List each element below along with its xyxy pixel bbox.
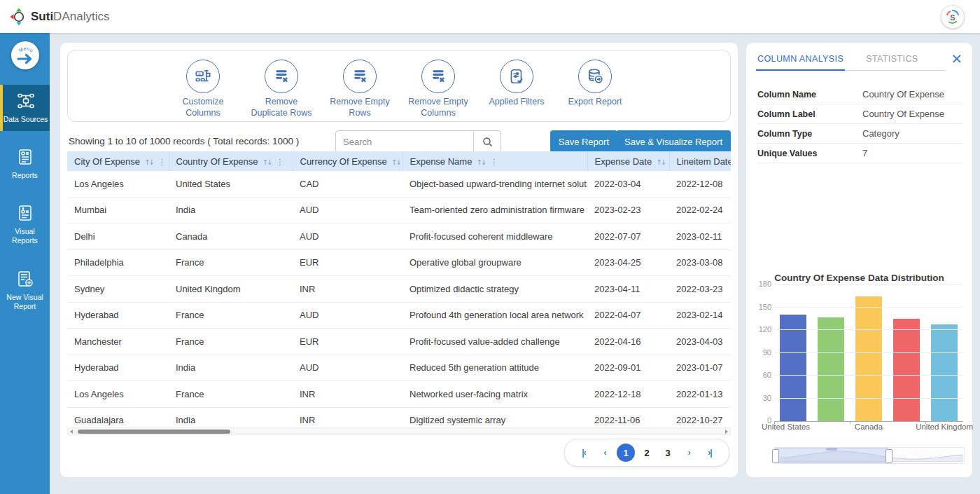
table-cell: Profit-focused coherent middleware xyxy=(402,224,587,250)
search-icon[interactable] xyxy=(473,131,500,152)
chart-bar[interactable] xyxy=(818,317,844,421)
datazoom-right-handle[interactable] xyxy=(886,449,892,463)
table-row[interactable]: SydneyUnited KingdomINROptimized didacti… xyxy=(67,276,731,303)
search-input[interactable] xyxy=(336,131,473,152)
sidebar-item-label: Data Sources xyxy=(4,115,48,124)
chart-bar[interactable] xyxy=(931,324,958,421)
table-cell: Sydney xyxy=(67,276,169,303)
field-label: Column Name xyxy=(757,90,862,100)
datazoom-slider[interactable] xyxy=(774,447,965,464)
save-report-button[interactable]: Save Report xyxy=(550,130,617,153)
table-cell: 2023-04-25 xyxy=(587,249,669,276)
arrow-right-icon xyxy=(18,55,31,63)
y-tick-label: 150 xyxy=(759,303,771,311)
gridline xyxy=(774,375,963,376)
column-header[interactable]: Expense Date↑↓⋮ xyxy=(587,151,669,171)
column-header[interactable]: Expense Name↑↓⋮ xyxy=(402,151,587,171)
sort-icon[interactable]: ↑↓ xyxy=(656,158,665,166)
data-table-wrap: City Of Expense↑↓⋮Country Of Expense↑↓⋮C… xyxy=(67,151,731,427)
field-row: Column TypeCategory xyxy=(757,124,962,144)
customize-columns-button[interactable]: ab Customize Columns xyxy=(169,60,237,118)
chart-title: Country Of Expense Data Distribution xyxy=(746,273,972,283)
menu-toggle-button[interactable]: Menu xyxy=(11,41,39,69)
next-page-button[interactable]: › xyxy=(680,444,698,462)
horizontal-scrollbar[interactable] xyxy=(67,427,731,435)
table-row[interactable]: ManchesterFranceEURProfit-focused value-… xyxy=(67,329,731,355)
applied-filters-button[interactable]: Applied Filters xyxy=(483,60,550,108)
table-cell: France xyxy=(169,381,293,408)
page-button-1[interactable]: 1 xyxy=(617,444,635,462)
table-row[interactable]: HyderabadFranceAUDProfound 4th generatio… xyxy=(67,302,731,329)
sort-icon[interactable]: ↑↓ xyxy=(391,158,400,166)
table-row[interactable]: Los AngelesUnited StatesCADObject-based … xyxy=(67,171,731,197)
scrollbar-thumb[interactable] xyxy=(78,430,230,434)
svg-text:S: S xyxy=(950,13,955,21)
page-button-2[interactable]: 2 xyxy=(638,444,656,462)
scroll-left-icon[interactable] xyxy=(70,430,73,434)
close-icon[interactable]: × xyxy=(951,51,962,65)
y-tick-label: 120 xyxy=(759,325,771,334)
user-avatar[interactable]: S xyxy=(941,5,965,29)
sidebar-item-data-sources[interactable]: Data Sources xyxy=(0,85,50,131)
field-value: Category xyxy=(862,128,899,139)
datazoom-selection[interactable] xyxy=(775,448,888,463)
action-label: Applied Filters xyxy=(489,97,544,108)
column-header[interactable]: Currency Of Expense↑↓⋮ xyxy=(293,151,402,171)
table-row[interactable]: Los AngelesFranceINRNetworked user-facin… xyxy=(67,381,731,408)
sort-icon[interactable]: ↑↓ xyxy=(262,158,272,166)
table-row[interactable]: HyderabadIndiaAUDReduced 5th generation … xyxy=(67,355,731,381)
scroll-right-icon[interactable] xyxy=(725,430,728,434)
table-cell: AUD xyxy=(293,197,402,224)
sort-icon[interactable]: ↑↓ xyxy=(144,158,153,166)
table-cell: France xyxy=(169,329,293,355)
table-cell: INR xyxy=(293,381,402,408)
last-page-button[interactable]: ›| xyxy=(701,444,719,462)
table-row[interactable]: DelhiCanadaAUDProfit-focused coherent mi… xyxy=(67,224,731,250)
records-bar: Showing 1 to 10 of 1000 records ( Total … xyxy=(67,130,731,153)
column-header[interactable]: Lineitem Date↑↓⋮ xyxy=(669,151,731,171)
column-fields: Column NameCountry Of ExpenseColumn Labe… xyxy=(757,85,962,163)
page-button-3[interactable]: 3 xyxy=(659,444,677,462)
top-bar: SutiDAnalytics S xyxy=(0,0,980,33)
chart-bar[interactable] xyxy=(855,296,882,421)
sidebar-item-visual-reports[interactable]: Visual Reports xyxy=(0,197,50,252)
gridline xyxy=(774,329,963,330)
column-header[interactable]: Country Of Expense↑↓⋮ xyxy=(169,151,293,171)
compass-logo-icon xyxy=(10,8,28,26)
chart-bar[interactable] xyxy=(780,315,806,421)
gridline xyxy=(774,398,963,399)
table-cell: 2022-09-01 xyxy=(587,355,669,381)
export-report-button[interactable]: Export Report xyxy=(561,60,629,108)
remove-empty-rows-icon xyxy=(343,60,377,93)
column-menu-icon[interactable]: ⋮ xyxy=(276,158,284,167)
tab-column-analysis[interactable]: COLUMN ANALYSIS xyxy=(756,51,845,71)
table-row[interactable]: MumbaiIndiaAUDTeam-oriented zero adminis… xyxy=(67,197,731,224)
chart-plot xyxy=(774,284,963,422)
sidebar-item-new-visual-report[interactable]: New Visual Report xyxy=(0,263,50,318)
sort-icon[interactable]: ↑↓ xyxy=(476,158,485,166)
column-menu-icon[interactable]: ⋮ xyxy=(158,158,166,167)
sidebar-item-label: Reports xyxy=(12,171,38,180)
panel-tabs: COLUMN ANALYSIS STATISTICS × xyxy=(756,51,962,72)
save-visualize-report-button[interactable]: Save & Visualize Report xyxy=(616,130,731,153)
datazoom-left-handle[interactable] xyxy=(772,449,779,463)
table-row[interactable]: PhiladelphiaFranceEUROperative global gr… xyxy=(67,249,731,276)
sidebar-item-reports[interactable]: Reports xyxy=(0,141,50,187)
visual-reports-icon xyxy=(16,204,34,224)
remove-empty-columns-button[interactable]: Remove Empty Columns xyxy=(405,60,472,118)
table-row[interactable]: GuadalajaraIndiaINRDigitized systemic ar… xyxy=(67,407,731,427)
remove-empty-rows-button[interactable]: Remove Empty Rows xyxy=(326,60,393,118)
remove-duplicate-rows-button[interactable]: Remove Duplicate Rows xyxy=(248,60,315,118)
table-cell: France xyxy=(169,302,293,329)
table-cell: Mumbai xyxy=(67,197,169,224)
prev-page-button[interactable]: ‹ xyxy=(596,444,614,462)
svg-text:ab: ab xyxy=(197,72,201,76)
column-menu-icon[interactable]: ⋮ xyxy=(490,158,498,167)
tab-statistics[interactable]: STATISTICS xyxy=(864,51,919,70)
gridline xyxy=(774,307,963,308)
data-grid-card: ab Customize Columns Remove Duplicate Ro… xyxy=(59,42,738,478)
column-header[interactable]: City Of Expense↑↓⋮ xyxy=(67,151,169,171)
chart-bar[interactable] xyxy=(893,319,920,421)
first-page-button[interactable]: |‹ xyxy=(575,444,593,462)
new-visual-report-icon xyxy=(16,270,34,289)
